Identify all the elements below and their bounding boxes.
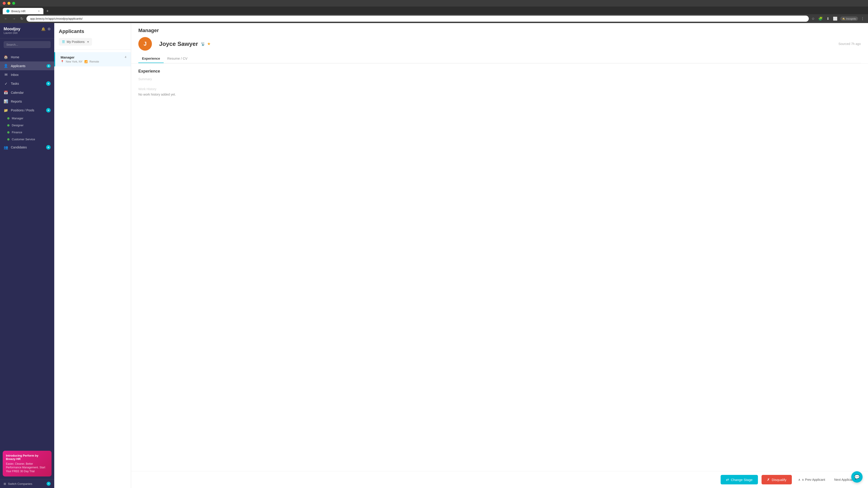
location-icon: 📍 [61,60,64,63]
main-content: Applicants ☰ My Positions ▾ Manager 📍 Ne… [54,23,868,488]
tasks-badge: + [46,81,51,86]
tab-favicon [6,9,9,13]
candidates-icon: 👥 [4,145,8,150]
disqualify-label: Disqualify [772,478,786,482]
sidebar-promo[interactable]: Introducing Perform by Breezy HR Easier,… [3,451,52,477]
sidebar-item-inbox[interactable]: ✉ Inbox [0,70,54,79]
customer-service-dot [7,138,9,140]
browser-tab-bar: Breezy HR × + [0,6,868,14]
sidebar-item-inbox-label: Inbox [11,73,19,76]
settings-icon[interactable]: ⚙ [48,27,51,31]
maximize-window-btn[interactable] [12,2,15,5]
applicant-name: Joyce Sawyer [159,40,198,47]
new-tab-btn[interactable]: + [44,8,51,14]
sidebar-promo-text: Easier, Cleaner, Better Performance Mana… [6,462,49,473]
applicant-remote: Remote [90,60,99,63]
work-history-label: Work History [138,87,861,91]
extensions-icon[interactable]: 🧩 [817,15,824,22]
search-input[interactable] [4,41,51,48]
sidebar-sub-item-customer-service[interactable]: Customer Service [0,136,54,143]
prev-chevron-icon: ∧ [798,478,800,482]
detail-header-title: Manager [138,28,861,33]
sidebar-sub-item-manager-label: Manager [12,117,23,120]
close-window-btn[interactable] [3,2,6,5]
chat-bubble[interactable]: 💬 [851,471,863,483]
sidebar-sub-item-designer[interactable]: Designer [0,122,54,129]
disqualify-button[interactable]: ✗ Disqualify [762,475,792,484]
sidebar-item-positions-pools[interactable]: 📁 Positions / Pools + [0,106,54,115]
sidebar-brand: Moodjoy 🔔 ⚙ [4,27,51,31]
sidebar-item-calendar[interactable]: 📅 Calendar [0,88,54,97]
back-btn[interactable]: ← [3,16,9,22]
sidebar-item-candidates[interactable]: 👥 Candidates + [0,143,54,152]
applicant-count: 4 [125,55,126,59]
sidebar-item-applicants[interactable]: 👤 Applicants 4 [0,61,54,70]
sidebar-item-reports[interactable]: 📊 Reports [0,97,54,106]
detail-panel: Manager J Joyce Sawyer 📡 ★ Sourced 7h ag… [131,23,868,488]
browser-window-controls [0,0,868,6]
tab-experience[interactable]: Experience [138,54,164,63]
candidates-badge: + [46,145,51,150]
sidebar-item-candidates-label: Candidates [11,145,27,149]
positions-pools-icon: 📁 [4,108,8,112]
address-bar[interactable] [26,15,809,22]
applicants-list: Manager 📍 New York, NY 📶 Remote 4 [54,50,131,488]
applicants-badge: 4 [46,64,51,68]
applicant-name-area: Joyce Sawyer 📡 ★ [156,40,838,47]
bookmark-icon[interactable]: ☆ [811,15,815,22]
applicants-title: Applicants [59,29,126,34]
sidebar-item-reports-label: Reports [11,100,22,103]
notification-icon[interactable]: 🔔 [41,27,46,31]
sidebar-nav: 🏠 Home 👤 Applicants 4 ✉ Inbox ✓ Tasks + … [0,51,54,448]
tab-close-btn[interactable]: × [38,9,40,13]
applicant-list-item-content: Manager 📍 New York, NY 📶 Remote [61,55,125,63]
chevron-down-icon: ▾ [87,40,89,43]
detail-body: Experience Summary Work History No work … [131,64,868,471]
change-stage-button[interactable]: ⇄ Change Stage [721,475,758,484]
sidebar-switch-companies[interactable]: ⊞ Switch Companies × [0,479,54,488]
inbox-icon: ✉ [4,72,8,77]
app-container: Moodjoy 🔔 ⚙ Lauren Dell 🏠 Home 👤 Applica… [0,23,868,488]
detail-header-area: Manager J Joyce Sawyer 📡 ★ Sourced 7h ag… [131,23,868,64]
incognito-badge: 🕵 Incognito [840,17,858,21]
sidebar-sub-item-designer-label: Designer [12,124,24,127]
summary-label: Summary [138,77,861,81]
applicants-panel: Applicants ☰ My Positions ▾ Manager 📍 Ne… [54,23,131,488]
list-item[interactable]: Manager 📍 New York, NY 📶 Remote 4 [54,52,131,66]
sidebar-brand-icons: 🔔 ⚙ [41,27,51,31]
sourced-time: Sourced 7h ago [838,42,861,46]
split-view-icon[interactable]: ⬜ [832,15,838,22]
calendar-icon: 📅 [4,90,8,95]
applicants-header: Applicants ☰ My Positions ▾ [54,23,131,50]
detail-tabs: Experience Resume / CV [138,54,861,63]
minimize-window-btn[interactable] [7,2,10,5]
sidebar-item-applicants-label: Applicants [11,64,26,68]
change-stage-icon: ⇄ [726,478,729,482]
menu-icon[interactable]: ⋮ [860,15,865,22]
filter-icon: ☰ [62,40,65,44]
prev-applicant-label: ∧ Prev Applicant [802,478,825,482]
sidebar-sub-item-finance[interactable]: Finance [0,129,54,136]
star-icon[interactable]: ★ [207,41,211,46]
wifi-icon: 📶 [84,60,88,63]
sidebar-item-home[interactable]: 🏠 Home [0,53,54,61]
reload-btn[interactable]: ↻ [19,15,25,22]
positions-filter-dropdown[interactable]: ☰ My Positions ▾ [59,38,92,46]
sidebar-brand-name: Moodjoy [4,27,20,31]
sidebar-switch-close-btn[interactable]: × [46,482,51,486]
toolbar-icons: ☆ 🧩 ⬇ ⬜ 🕵 Incognito ⋮ [811,15,865,22]
active-tab[interactable]: Breezy HR × [3,8,43,14]
manager-dot [7,117,9,120]
sidebar-sub-item-manager[interactable]: Manager [0,115,54,122]
sidebar-item-tasks[interactable]: ✓ Tasks + [0,79,54,88]
sidebar: Moodjoy 🔔 ⚙ Lauren Dell 🏠 Home 👤 Applica… [0,23,54,488]
tab-resume-cv[interactable]: Resume / CV [164,54,191,63]
sidebar-item-calendar-label: Calendar [11,91,24,94]
detail-footer: ⇄ Change Stage ✗ Disqualify ∧ ∧ Prev App… [131,471,868,488]
sidebar-item-positions-pools-label: Positions / Pools [11,108,34,112]
forward-btn[interactable]: → [11,16,17,22]
sidebar-switch-label: Switch Companies [8,482,32,486]
prev-applicant-button[interactable]: ∧ ∧ Prev Applicant [796,476,828,483]
download-icon[interactable]: ⬇ [826,15,830,22]
finance-dot [7,131,9,133]
